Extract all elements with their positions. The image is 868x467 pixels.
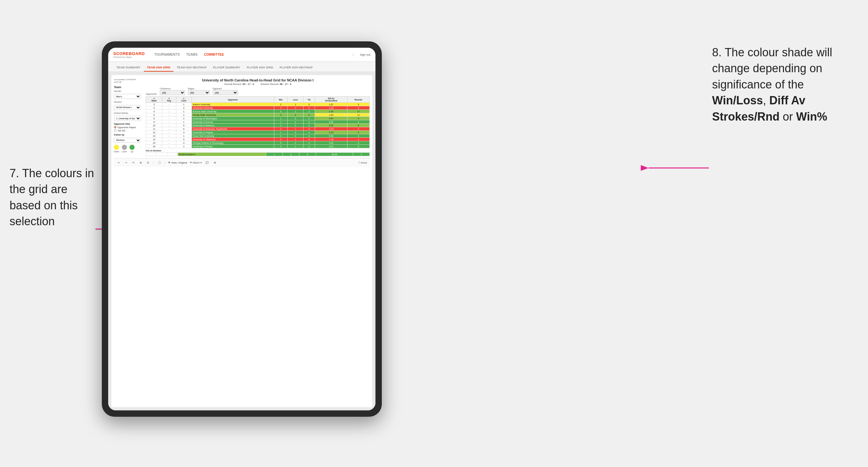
- region-select[interactable]: (All): [188, 90, 210, 95]
- nav-divider: |: [353, 53, 353, 56]
- legend-down-label: Down: [114, 151, 119, 153]
- cell-loss: 0: [288, 134, 304, 138]
- radio-top100[interactable]: Top 100: [114, 129, 143, 132]
- th-rounds: Rounds: [347, 97, 369, 103]
- ood-conf: [167, 153, 178, 156]
- cell-win: 2: [274, 103, 287, 106]
- radio-opponents-played[interactable]: Opponents Played: [114, 126, 143, 128]
- legend-level-dot: [122, 145, 127, 150]
- school-select[interactable]: 1. University of Nort...: [114, 116, 141, 121]
- cell-diff: 4.50: [315, 141, 347, 145]
- watch-button[interactable]: 👁 Watch ▾: [190, 161, 202, 164]
- top-nav: SCOREBOARD Powered by clippd TOURNAMENTS…: [108, 48, 375, 62]
- out-of-division-label: Out of division: [146, 150, 370, 152]
- report-main: University of North Carolina Head-to-Hea…: [146, 78, 370, 156]
- gender-filter: Gender Men's: [114, 90, 143, 99]
- nav-tournaments[interactable]: TOURNAMENTS: [154, 52, 180, 57]
- gender-select[interactable]: Men's: [114, 94, 141, 99]
- th-opponent: Opponent: [191, 97, 274, 103]
- subnav-team-summary[interactable]: TEAM SUMMARY: [113, 64, 144, 71]
- cell-rank: 9: [146, 120, 162, 124]
- region-filter-col: Region (All): [188, 88, 210, 95]
- toolbar-paste[interactable]: ⊟: [146, 161, 151, 165]
- out-of-division-table: NCAA Division II 1 0 0 26.00 3: [146, 152, 370, 156]
- nav-committee[interactable]: COMMITTEE: [204, 52, 224, 57]
- subnav-player-h2h-heatmap[interactable]: PLAYER H2H HEATMAP: [277, 64, 316, 71]
- pink-arrow-right: [629, 158, 712, 178]
- cell-rounds: 9: [347, 134, 369, 138]
- cell-reg: -: [162, 117, 176, 120]
- cell-rank: 2: [146, 103, 162, 106]
- toolbar-redo[interactable]: ↪: [124, 161, 128, 165]
- logo-text: SCOREBOARD: [113, 51, 145, 56]
- table-row: 8 - 2 University of Washington 1 0 0 3.6…: [146, 117, 370, 120]
- cell-conf: 3: [176, 131, 191, 134]
- subnav-team-h2h-grid[interactable]: TEAM H2H GRID: [144, 64, 174, 71]
- th-reg: #Reg: [162, 97, 176, 103]
- table-row: 6 - 2 Florida State University 4 2 0 1.8…: [146, 113, 370, 117]
- cell-loss: 0: [288, 131, 304, 134]
- cell-win: 4: [274, 113, 287, 117]
- subnav-player-h2h-grid[interactable]: PLAYER H2H GRID: [243, 64, 276, 71]
- cell-conf: 1: [176, 134, 191, 138]
- cell-opponent: Georgia Institute of Technology: [191, 141, 274, 145]
- subnav-team-h2h-heatmap[interactable]: TEAM H2H HEATMAP: [174, 64, 210, 71]
- toolbar-grid[interactable]: ⊞: [213, 161, 217, 165]
- cell-opponent: University of Arkansas, Fayetteville: [191, 127, 274, 131]
- division-record: Division Record: 88 - 17 - 0: [260, 83, 291, 86]
- cell-rounds: 3: [347, 138, 369, 141]
- radio-group: Opponents Played Top 100: [114, 126, 143, 132]
- nav-teams[interactable]: TEAMS: [186, 52, 197, 57]
- cell-loss: 0: [288, 141, 304, 145]
- cell-win: 0: [274, 127, 287, 131]
- colour-by-group: Colour by Win/loss: [114, 134, 143, 143]
- table-body: 2 - 1 Auburn University 2 1 0 1.67 9 3 -…: [146, 103, 370, 148]
- team-label: Team: [114, 86, 143, 89]
- cell-opponent: Arizona State University: [191, 110, 274, 113]
- toolbar-copy[interactable]: ⊞: [138, 161, 143, 165]
- cell-rounds: 3: [347, 117, 369, 120]
- cell-conf: 2: [176, 145, 191, 148]
- annotation-right: 8. The colour shade will change dependin…: [712, 44, 859, 125]
- cell-diff: 2.61: [315, 124, 347, 127]
- out-of-division-body: NCAA Division II 1 0 0 26.00 3: [146, 153, 370, 156]
- subnav-player-summary[interactable]: PLAYER SUMMARY: [210, 64, 243, 71]
- cell-loss: 1: [288, 127, 304, 131]
- division-select[interactable]: NCAA Division I: [114, 105, 141, 110]
- cell-rounds: 3: [347, 131, 369, 134]
- cell-opponent: University of Oklahoma: [191, 138, 274, 141]
- th-tie: Tie: [303, 97, 315, 103]
- conference-select[interactable]: (All): [160, 90, 185, 95]
- ood-win: 1: [266, 153, 283, 156]
- table-row: 15 - 4 Georgia Institute of Technology 5…: [146, 141, 370, 145]
- opponent-select[interactable]: (All): [213, 90, 238, 95]
- cell-tie: 0: [303, 145, 315, 148]
- watch-dropdown-icon: ▾: [200, 161, 202, 164]
- cell-tie: 0: [303, 110, 315, 113]
- toolbar-undo[interactable]: ↩: [117, 161, 121, 165]
- cell-tie: 0: [303, 113, 315, 117]
- colour-by-select[interactable]: Win/loss: [114, 138, 141, 143]
- cell-diff: 2.28: [315, 110, 347, 113]
- overall-record: Overall Record: 89 - 17 - 0: [224, 83, 254, 86]
- sign-out-button[interactable]: Sign out: [360, 53, 370, 56]
- cell-loss: 0: [288, 117, 304, 120]
- cell-conf: 5: [176, 138, 191, 141]
- report-title: University of North Carolina Head-to-Hea…: [146, 78, 370, 82]
- toolbar-comment[interactable]: 💬: [204, 161, 210, 165]
- cell-win: 1: [274, 131, 287, 134]
- cell-conf: 2: [176, 113, 191, 117]
- cell-reg: -: [162, 138, 176, 141]
- toolbar-clock[interactable]: 🕐: [157, 161, 162, 165]
- cell-rounds: 8: [347, 106, 369, 110]
- main-content: Last Updated: 27/03/2024 16:55:38 Team G…: [108, 72, 375, 410]
- division-filter: Division NCAA Division I: [114, 101, 143, 110]
- share-button[interactable]: ⤴ Share: [358, 161, 367, 164]
- cell-reg: -: [162, 141, 176, 145]
- ood-tie: 0: [300, 153, 316, 156]
- cell-loss: 1: [288, 145, 304, 148]
- legend-level: Level: [122, 145, 127, 153]
- toolbar-forward[interactable]: ⟳: [131, 161, 136, 165]
- cell-conf: 2: [176, 106, 191, 110]
- gender-label: Gender: [114, 90, 143, 92]
